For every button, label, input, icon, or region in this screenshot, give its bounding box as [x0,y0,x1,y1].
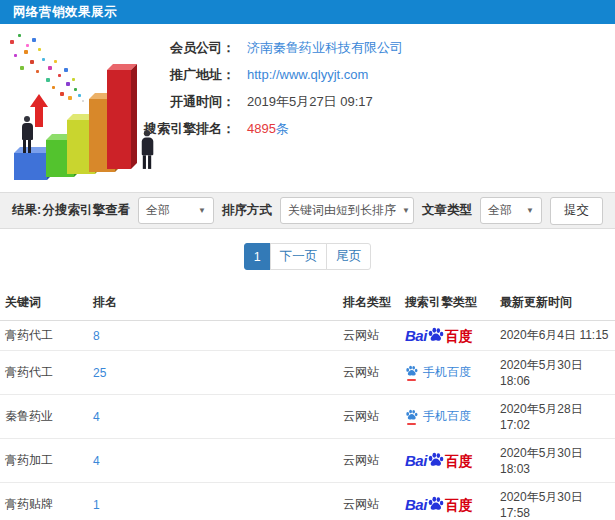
page-title: 网络营销效果展示 [13,4,117,21]
article-type-select[interactable]: 全部 ▼ [480,197,542,224]
baidu-logo-cn: 百度 [445,498,473,512]
header-engine-type: 搜索引擎类型 [400,285,495,321]
mobile-baidu-logo: 手机百度 [405,408,471,425]
updated-cell: 2020年5月30日 18:06 [495,351,615,395]
updated-cell: 2020年5月30日 17:58 [495,483,615,520]
mobile-baidu-label: 手机百度 [423,364,471,381]
rank-type-cell: 云网站 [338,395,400,439]
rank-cell[interactable]: 8 [88,321,338,351]
baidu-paw-icon [427,327,444,344]
submit-button[interactable]: 提交 [550,197,603,225]
table-row: 膏药贴牌1云网站Bai 百度2020年5月30日 17:58 [0,483,615,520]
chevron-down-icon: ▼ [402,206,410,215]
last-page-button[interactable]: 尾页 [326,243,371,270]
title-bar: 网络营销效果展示 [0,0,615,24]
engine-type-cell: Bai 百度 [400,439,495,483]
keyword-cell: 膏药贴牌 [0,483,88,520]
chevron-down-icon: ▼ [526,206,534,215]
header-rank-type: 排名类型 [338,285,400,321]
info-value: 4895 [247,121,276,136]
updated-cell: 2020年5月30日 18:03 [495,439,615,483]
promo-bar-blue [14,153,47,180]
mobile-baidu-icon [405,365,418,381]
filter-bar: 结果: 分搜索引擎查看 全部 ▼ 排序方式 关键词由短到长排序 ▼ 文章类型 全… [0,192,615,229]
engine-type-cell: Bai 百度 [400,321,495,351]
baidu-paw-icon [427,496,444,513]
rank-type-cell: 云网站 [338,321,400,351]
filter-controls: 分搜索引擎查看 全部 ▼ 排序方式 关键词由短到长排序 ▼ 文章类型 全部 ▼ … [43,197,604,225]
info-value[interactable]: http://www.qlyyjt.com [247,67,368,82]
rank-cell[interactable]: 25 [88,351,338,395]
table-header-row: 关键词 排名 排名类型 搜索引擎类型 最新更新时间 [0,285,615,321]
info-label: 搜索引擎排名： [0,120,235,138]
rank-cell[interactable]: 1 [88,483,338,520]
info-row: 开通时间：2019年5月27日 09:17 [0,88,615,115]
sort-filter-label: 排序方式 [222,202,272,219]
table-row: 膏药加工4云网站Bai 百度2020年5月30日 18:03 [0,439,615,483]
updated-cell: 2020年5月28日 17:02 [495,395,615,439]
engine-filter-value: 全部 [146,202,170,219]
updated-cell: 2020年6月4日 11:15 [495,321,615,351]
baidu-logo: Bai 百度 [405,452,473,469]
engine-type-cell: 手机百度 [400,351,495,395]
header-keyword: 关键词 [0,285,88,321]
engine-filter-label: 分搜索引擎查看 [43,202,131,219]
engine-type-cell: 手机百度 [400,395,495,439]
baidu-logo: Bai 百度 [405,496,473,513]
member-info: 会员公司：济南秦鲁药业科技有限公司推广地址：http://www.qlyyjt.… [0,34,615,142]
chevron-down-icon: ▼ [198,206,206,215]
table-row: 膏药代工8云网站Bai 百度2020年6月4日 11:15 [0,321,615,351]
info-value[interactable]: 济南秦鲁药业科技有限公司 [247,39,403,57]
mobile-baidu-label: 手机百度 [423,408,471,425]
table-row: 秦鲁药业4云网站 手机百度2020年5月28日 17:02 [0,395,615,439]
baidu-paw-icon [427,452,444,469]
info-row: 搜索引擎排名：4895条 [0,115,615,142]
engine-filter-select[interactable]: 全部 ▼ [138,197,214,224]
info-label: 推广地址： [0,66,235,84]
table-row: 膏药代工25云网站 手机百度2020年5月30日 18:06 [0,351,615,395]
sort-filter-value: 关键词由短到长排序 [288,202,396,219]
mobile-baidu-icon [405,409,418,425]
keyword-cell: 膏药代工 [0,351,88,395]
keyword-cell: 秦鲁药业 [0,395,88,439]
info-row: 会员公司：济南秦鲁药业科技有限公司 [0,34,615,61]
next-page-button[interactable]: 下一页 [270,243,328,270]
keyword-ranking-table: 关键词 排名 排名类型 搜索引擎类型 最新更新时间 膏药代工8云网站Bai 百度… [0,285,615,520]
baidu-logo-cn: 百度 [445,454,473,468]
header-rank: 排名 [88,285,338,321]
baidu-logo-bai: Bai [405,453,427,468]
rank-type-cell: 云网站 [338,439,400,483]
baidu-logo: Bai 百度 [405,327,473,344]
info-label: 开通时间： [0,93,235,111]
info-value-suffix: 条 [276,120,289,138]
rank-type-cell: 云网站 [338,351,400,395]
mobile-baidu-logo: 手机百度 [405,364,471,381]
result-label: 结果: [12,202,41,219]
info-row: 推广地址：http://www.qlyyjt.com [0,61,615,88]
sort-filter-select[interactable]: 关键词由短到长排序 ▼ [280,197,414,224]
top-section: 会员公司：济南秦鲁药业科技有限公司推广地址：http://www.qlyyjt.… [0,24,615,192]
article-type-value: 全部 [488,202,512,219]
info-label: 会员公司： [0,39,235,57]
info-value: 2019年5月27日 09:17 [247,93,373,111]
keyword-cell: 膏药加工 [0,439,88,483]
page-1-button[interactable]: 1 [244,243,271,270]
baidu-logo-bai: Bai [405,328,427,343]
baidu-logo-bai: Bai [405,497,427,512]
keyword-cell: 膏药代工 [0,321,88,351]
rank-cell[interactable]: 4 [88,395,338,439]
baidu-paw-icon [405,365,418,378]
baidu-paw-icon [405,409,418,422]
rank-type-cell: 云网站 [338,483,400,520]
article-type-label: 文章类型 [422,202,472,219]
header-updated: 最新更新时间 [495,285,615,321]
rank-cell[interactable]: 4 [88,439,338,483]
pagination: 1 下一页 尾页 [0,229,615,285]
baidu-logo-cn: 百度 [445,329,473,343]
engine-type-cell: Bai 百度 [400,483,495,520]
